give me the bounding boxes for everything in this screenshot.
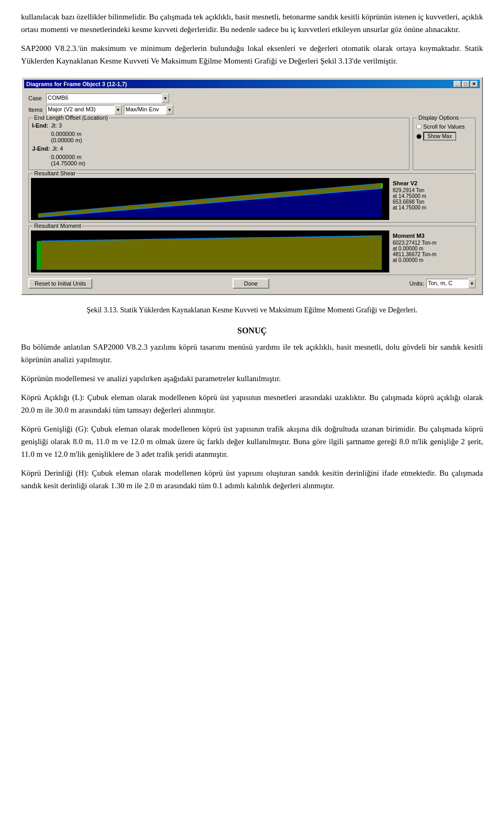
iend-jt: Jt: 3 [51,122,62,129]
dialog-bottom-bar: Reset to Initial Units Done Units: Ton, … [28,278,476,289]
dialog-window: Diagrams for Frame Object 3 (12-1,7) _ □… [21,77,483,295]
units-combo[interactable]: Ton, m, C ▼ [426,279,476,288]
items-label: Items [28,107,44,113]
display-options-title: Display Options [417,114,460,121]
paragraph-7: Köprü Derinliği (H): Çubuk eleman olarak… [21,467,483,492]
case-row: Case COMB6 ▼ [28,93,476,103]
radio-scroll[interactable] [416,124,422,129]
sonuc-title: SONUÇ [21,326,483,335]
moment-info-title: Moment M3 [393,233,470,239]
iend-val1: 0.000000 m [51,131,406,137]
dialog-body: Case COMB6 ▼ Items Major (V2 and M3) ▼ M… [24,90,480,292]
display-options-group: Display Options Scroll for Values Show M… [413,118,476,170]
svg-marker-6 [41,236,382,270]
minimize-button[interactable]: _ [454,81,461,87]
done-button[interactable]: Done [233,278,269,289]
dialog-title: Diagrams for Frame Object 3 (12-1,7) [26,81,127,87]
titlebar-buttons: _ □ ✕ [454,81,478,87]
showmax-button[interactable]: Show Max [423,132,456,141]
case-label: Case [28,95,44,101]
items-dropdown-arrow2[interactable]: ▼ [166,105,173,114]
items-value[interactable]: Major (V2 and M3) [46,105,114,114]
iend-section: I-End: Jt: 3 0.000000 m (0.00000 m) [32,122,406,143]
iend-label: I-End: [32,122,49,129]
shear-info: Shear V2 829.2914 Ton at 14.75000 m 653.… [389,178,473,220]
moment-info: Moment M3 6023.27412 Ton-m at 0.00000 m … [389,230,473,272]
units-group: Units: Ton, m, C ▼ [410,279,476,288]
moment-group: Resultant Moment Moment M3 [28,226,476,275]
iend-vals: 0.000000 m (0.00000 m) [51,131,406,143]
shear-svg [31,178,389,220]
shear-group: Resultant Shear [28,173,476,223]
units-label: Units: [410,280,424,287]
shear-info-title: Shear V2 [393,180,470,186]
moment-panel: Moment M3 6023.27412 Ton-m at 0.00000 m … [31,230,473,272]
shear-val2: at 14.75000 m [393,193,470,199]
moment-val4: at 0.00000 m [393,257,470,263]
svg-rect-5 [37,241,41,270]
jend-label: J-End: [32,145,50,152]
shear-group-title: Resultant Shear [33,170,77,176]
shear-val4: at 14.75000 m [393,205,470,211]
moment-svg [31,230,389,272]
moment-val1: 6023.27412 Ton-m [393,240,470,246]
shear-val3: 653.6698 Ton [393,199,470,205]
maximize-button[interactable]: □ [462,81,469,87]
moment-graph-area [31,230,389,272]
moment-val3: 4811.36672 Ton-m [393,251,470,257]
figure-caption: Şekil 3.13. Statik Yüklerden Kaynaklanan… [21,304,483,316]
radio-showmax-row[interactable]: Show Max [416,132,472,141]
items-dropdown-arrow1[interactable]: ▼ [114,105,122,114]
radio-scroll-row[interactable]: Scroll for Values [416,123,472,130]
case-combo[interactable]: COMB6 ▼ [46,93,169,103]
reset-button[interactable]: Reset to Initial Units [28,278,92,289]
shear-val1: 829.2914 Ton [393,187,470,193]
iend-val2: (0.00000 m) [51,137,406,143]
paragraph-1: kullanılacak bazı özellikler bilinmelidi… [21,10,483,36]
paragraph-6: Köprü Genişliği (G): Çubuk eleman olarak… [21,423,483,460]
paragraph-5: Köprü Açıklığı (L): Çubuk eleman olarak … [21,391,483,416]
units-dropdown-arrow[interactable]: ▼ [468,279,476,288]
close-button[interactable]: ✕ [470,81,478,87]
end-length-offset-group: End Length Offset (Location) I-End: Jt: … [28,118,410,170]
items-value2[interactable]: Max/Min Env [124,105,166,114]
radio-options: Scroll for Values Show Max [416,123,472,141]
jend-row: J-End: Jt: 4 [32,145,406,152]
figure-label: Şekil 3.13. [87,306,118,314]
paragraph-2: SAP2000 V8.2.3.'ün maksimum ve minimum d… [21,42,483,67]
case-dropdown-arrow[interactable]: ▼ [162,93,169,103]
figure-caption-text: Statik Yüklerden Kaynaklanan Kesme Kuvve… [120,306,417,314]
units-value[interactable]: Ton, m, C [426,279,468,288]
jend-vals: 0.000000 m (14.75000 m) [51,154,406,166]
jend-jt: Jt: 4 [52,145,63,152]
paragraph-3: Bu bölümde anlatılan SAP2000 V8.2.3 yazı… [21,341,483,366]
radio-scroll-label: Scroll for Values [423,123,465,130]
moment-group-title: Resultant Moment [33,223,82,229]
case-value[interactable]: COMB6 [46,93,162,103]
shear-panel: Shear V2 829.2914 Ton at 14.75000 m 653.… [31,178,473,220]
elo-title: End Length Offset (Location) [33,114,109,121]
dialog-titlebar: Diagrams for Frame Object 3 (12-1,7) _ □… [24,80,480,88]
jend-val1: 0.000000 m [51,154,406,160]
items-combo2[interactable]: Max/Min Env ▼ [124,105,173,114]
paragraph-4: Köprünün modellemesi ve analizi yapılırk… [21,372,483,385]
items-combo1[interactable]: Major (V2 and M3) ▼ [46,105,122,114]
jend-val2: (14.75000 m) [51,160,406,166]
radio-showmax[interactable] [416,134,422,139]
items-row: Items Major (V2 and M3) ▼ Max/Min Env ▼ [28,105,476,114]
moment-val2: at 0.00000 m [393,246,470,251]
jend-section: J-End: Jt: 4 0.000000 m (14.75000 m) [32,145,406,166]
shear-graph-area [31,178,389,220]
iend-row: I-End: Jt: 3 [32,122,406,129]
